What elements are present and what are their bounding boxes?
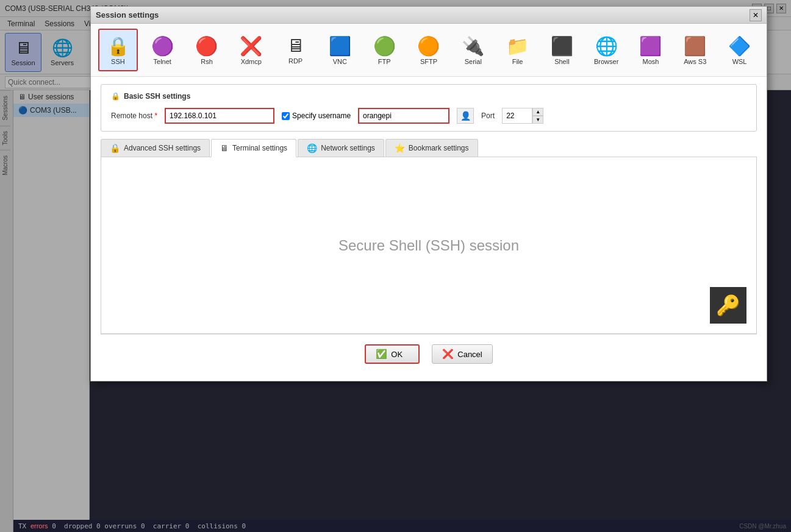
- session-type-rdp[interactable]: 🖥 RDP: [276, 29, 315, 71]
- dialog-footer: ✅ OK ❌ Cancel: [101, 334, 757, 374]
- browser-type-icon: 🌐: [595, 35, 618, 57]
- tab-network-settings[interactable]: 🌐 Network settings: [298, 139, 384, 157]
- remote-host-input[interactable]: [165, 108, 274, 124]
- mosh-type-label: Mosh: [643, 58, 659, 65]
- rsh-type-icon: 🔴: [195, 35, 218, 57]
- awss3-type-icon: 🟫: [684, 35, 706, 57]
- dialog-titlebar: Session settings ✕: [91, 7, 767, 24]
- cancel-icon: ❌: [442, 349, 454, 360]
- sftp-type-label: SFTP: [420, 58, 437, 65]
- serial-type-icon: 🔌: [462, 35, 484, 57]
- tab-content-area: Secure Shell (SSH) session 🔑: [101, 157, 757, 334]
- ok-button[interactable]: ✅ OK: [365, 344, 420, 364]
- vnc-type-label: VNC: [333, 58, 347, 65]
- ftp-type-label: FTP: [378, 58, 391, 65]
- required-marker: *: [154, 112, 157, 120]
- ssh-info-text: Secure Shell (SSH) session: [338, 237, 519, 254]
- session-type-file[interactable]: 📁 File: [498, 29, 537, 71]
- serial-type-label: Serial: [465, 58, 482, 65]
- session-type-ftp[interactable]: 🟢 FTP: [365, 29, 404, 71]
- session-settings-dialog: Session settings ✕ 🔒 SSH 🟣 Telnet 🔴 Rsh …: [90, 6, 767, 381]
- dialog-overlay: Session settings ✕ 🔒 SSH 🟣 Telnet 🔴 Rsh …: [0, 0, 791, 532]
- network-settings-tab-icon: 🌐: [307, 143, 317, 153]
- key-icon: 🔑: [716, 294, 740, 317]
- remote-host-label: Remote host *: [111, 112, 157, 120]
- awss3-type-label: Aws S3: [684, 58, 706, 65]
- session-type-ssh[interactable]: 🔒 SSH: [98, 29, 138, 71]
- ok-icon: ✅: [376, 349, 387, 360]
- session-type-browser[interactable]: 🌐 Browser: [587, 29, 626, 71]
- port-spin-down[interactable]: ▼: [532, 116, 543, 124]
- basic-ssh-icon: 🔒: [111, 92, 120, 101]
- session-type-telnet[interactable]: 🟣 Telnet: [143, 29, 182, 71]
- cancel-button[interactable]: ❌ Cancel: [432, 344, 492, 364]
- ssh-type-label: SSH: [111, 58, 125, 65]
- session-types-row: 🔒 SSH 🟣 Telnet 🔴 Rsh ❌ Xdmcp 🖥 RDP 🟦: [91, 24, 767, 77]
- session-type-sftp[interactable]: 🟠 SFTP: [409, 29, 449, 71]
- status-errors-label: errors: [30, 522, 48, 530]
- browser-type-label: Browser: [594, 58, 618, 65]
- mosh-type-icon: 🟪: [639, 35, 662, 57]
- user-browse-button[interactable]: 👤: [457, 108, 474, 124]
- status-bar: TX errors 0 dropped 0 overruns 0 carrier…: [13, 520, 791, 532]
- xdmcp-type-icon: ❌: [240, 35, 262, 57]
- rdp-type-icon: 🖥: [287, 35, 305, 56]
- wsl-type-icon: 🔷: [728, 35, 751, 57]
- specify-username-checkbox[interactable]: [282, 112, 290, 120]
- xdmcp-type-label: Xdmcp: [241, 58, 262, 65]
- telnet-type-icon: 🟣: [151, 35, 174, 57]
- port-spinner: ▲ ▼: [532, 108, 543, 124]
- ftp-type-icon: 🟢: [373, 35, 396, 57]
- wsl-type-label: WSL: [732, 58, 747, 65]
- dialog-body: 🔒 Basic SSH settings Remote host * Speci…: [91, 77, 767, 381]
- username-input[interactable]: [358, 108, 449, 124]
- session-type-wsl[interactable]: 🔷 WSL: [720, 29, 759, 71]
- watermark: CSDN @Mr.zhua: [739, 523, 786, 530]
- tab-bookmark-settings[interactable]: ⭐ Bookmark settings: [385, 139, 478, 157]
- session-type-serial[interactable]: 🔌 Serial: [453, 29, 493, 71]
- basic-ssh-settings: 🔒 Basic SSH settings Remote host * Speci…: [101, 84, 757, 132]
- port-group: ▲ ▼: [502, 108, 543, 124]
- specify-username-label: Specify username: [282, 112, 351, 120]
- file-type-icon: 📁: [506, 35, 529, 57]
- bookmark-settings-tab-icon: ⭐: [395, 143, 405, 153]
- vnc-type-icon: 🟦: [329, 35, 351, 57]
- port-label: Port: [481, 112, 495, 120]
- shell-type-label: Shell: [554, 58, 569, 65]
- port-spin-up[interactable]: ▲: [532, 108, 543, 116]
- dialog-close-button[interactable]: ✕: [750, 9, 762, 21]
- settings-row: Remote host * Specify username 👤 Port: [111, 108, 746, 124]
- user-browse-icon: 👤: [460, 111, 471, 121]
- telnet-type-label: Telnet: [154, 58, 171, 65]
- session-type-shell[interactable]: ⬛ Shell: [542, 29, 582, 71]
- dialog-title: Session settings: [96, 10, 750, 20]
- session-type-awss3[interactable]: 🟫 Aws S3: [675, 29, 715, 71]
- basic-ssh-settings-title: 🔒 Basic SSH settings: [111, 92, 746, 101]
- session-type-vnc[interactable]: 🟦 VNC: [320, 29, 360, 71]
- file-type-label: File: [512, 58, 523, 65]
- port-input[interactable]: [502, 108, 532, 124]
- status-text: TX errors 0 dropped 0 overruns 0 carrier…: [18, 522, 246, 530]
- session-type-rsh[interactable]: 🔴 Rsh: [187, 29, 227, 71]
- advanced-ssh-tab-icon: 🔒: [110, 143, 120, 153]
- shell-type-icon: ⬛: [551, 35, 573, 57]
- rsh-type-label: Rsh: [201, 58, 213, 65]
- terminal-settings-tab-icon: 🖥: [220, 143, 229, 153]
- session-type-mosh[interactable]: 🟪 Mosh: [631, 29, 671, 71]
- sftp-type-icon: 🟠: [417, 35, 440, 57]
- tab-advanced-ssh[interactable]: 🔒 Advanced SSH settings: [101, 139, 210, 157]
- settings-tabs-bar: 🔒 Advanced SSH settings 🖥 Terminal setti…: [101, 139, 757, 157]
- tab-terminal-settings[interactable]: 🖥 Terminal settings: [211, 139, 296, 157]
- key-icon-box: 🔑: [710, 287, 746, 324]
- ssh-type-icon: 🔒: [107, 35, 129, 57]
- session-type-xdmcp[interactable]: ❌ Xdmcp: [231, 29, 271, 71]
- rdp-type-label: RDP: [288, 57, 302, 65]
